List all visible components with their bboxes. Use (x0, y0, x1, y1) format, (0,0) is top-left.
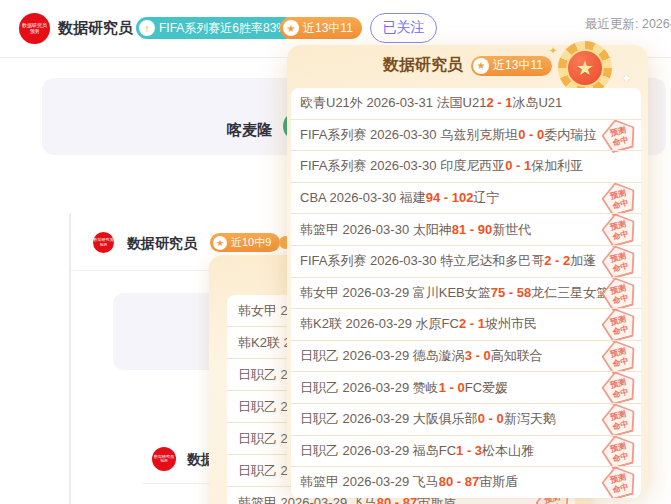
profile-name: 数据研究员 (58, 19, 133, 38)
result-text: FIFA系列赛 2026-03-30 乌兹别克斯坦0 - 0委内瑞拉 (300, 126, 596, 144)
sparkle-icon: ✦ (549, 46, 557, 56)
popup-results-list: 欧青U21外 2026-03-31 法国U212 - 1冰岛U21 FIFA系列… (291, 88, 641, 498)
result-row[interactable]: 日职乙 2026-03-29 大阪俱乐部0 - 0新泻天鹅 预测命中 (291, 403, 641, 435)
result-text: FIFA系列赛 2026-03-30 印度尼西亚0 - 1保加利亚 (300, 157, 583, 175)
result-row[interactable]: FIFA系列赛 2026-03-30 特立尼达和多巴哥2 - 2加蓬 预测命中 (291, 245, 641, 277)
result-row[interactable]: FIFA系列赛 2026-03-30 印度尼西亚0 - 1保加利亚 (291, 150, 641, 182)
hit-stamp-icon: 预测命中 (598, 304, 639, 344)
results-popup: 数据研究员 ★ 近13中11 ★ ✦ ✦ 欧青U21外 2026-03-31 法… (287, 45, 648, 491)
result-text: 欧青U21外 2026-03-31 法国U212 - 1冰岛U21 (300, 94, 562, 112)
result-text: 韩篮甲 2026-03-29 飞马80 - 87宙斯盾 (300, 473, 518, 491)
hit-stamp-icon: 预测命中 (598, 462, 639, 497)
hit-rate-badge: ★ 近13中11 (280, 17, 362, 39)
panel-divider-vertical (69, 213, 71, 504)
result-row[interactable]: CBA 2026-03-30 福建94 - 102辽宁 预测命中 (291, 182, 641, 214)
entry2-avatar[interactable]: 数据研究员 预测 (93, 232, 114, 253)
result-text: 韩篮甲 2026-03-30 太阳神81 - 90新世代 (300, 221, 531, 239)
popup-hit-badge: ★ 近13中11 (471, 56, 552, 76)
up-arrow-icon: ↑ (139, 20, 155, 36)
result-text: 日职乙 2026-03-29 大阪俱乐部0 - 0新泻天鹅 (300, 410, 556, 428)
result-row[interactable]: 韩K2联 2026-03-29 水原FC2 - 1坡州市民 预测命中 (291, 308, 641, 340)
result-row[interactable]: FIFA系列赛 2026-03-30 乌兹别克斯坦0 - 0委内瑞拉 预测命中 (291, 119, 641, 151)
hit-stamp-icon: 预测命中 (598, 241, 639, 281)
hit-stamp-icon: 预测命中 (598, 115, 639, 155)
last-update-text: 最近更新: 2026-03- (585, 16, 671, 33)
team-name: 喀麦隆 (227, 121, 272, 140)
result-text: 日职乙 2026-03-29 赞岐1 - 0FC爱媛 (300, 379, 508, 397)
result-row[interactable]: 欧青U21外 2026-03-31 法国U212 - 1冰岛U21 (291, 88, 641, 119)
entry3-avatar[interactable]: 数据研究员 预测 (152, 447, 176, 471)
result-text: 韩K2联 2026-03-29 水原FC2 - 1坡州市民 (300, 315, 537, 333)
gold-medal-icon: ★ (558, 41, 612, 95)
entry2-name: 数据研究员 (127, 235, 197, 253)
streak-badge-teal: ↑ FIFA系列赛近6胜率83% (136, 17, 296, 39)
page: 数据研究员 预测 数据研究员 ↑ FIFA系列赛近6胜率83% ★ 近13中11… (0, 0, 671, 504)
star-icon: ★ (213, 236, 227, 250)
follow-button[interactable]: 已关注 (370, 13, 437, 43)
result-text: 日职乙 2026-03-29 德岛漩涡3 - 0高知联合 (300, 347, 543, 365)
result-text: CBA 2026-03-30 福建94 - 102辽宁 (300, 189, 499, 207)
result-row[interactable]: 韩篮甲 2026-03-30 太阳神81 - 90新世代 预测命中 (291, 213, 641, 245)
result-row[interactable]: 日职乙 2026-03-29 赞岐1 - 0FC爱媛 预测命中 (291, 371, 641, 403)
result-text: 日职乙 2026-03-29 福岛FC1 - 3松本山雅 (300, 442, 534, 460)
result-text: 韩女甲 2026-03-29 富川KEB女篮75 - 58龙仁三星女篮 (300, 284, 609, 302)
result-row[interactable]: 日职乙 2026-03-29 德岛漩涡3 - 0高知联合 预测命中 (291, 340, 641, 372)
result-row[interactable]: 韩篮甲 2026-03-29 飞马80 - 87宙斯盾 预测命中 (291, 466, 641, 498)
hit-stamp-icon: 预测命中 (598, 399, 639, 439)
result-row[interactable]: 韩女甲 2026-03-29 富川KEB女篮75 - 58龙仁三星女篮 预测命中 (291, 277, 641, 309)
star-icon: ★ (473, 58, 489, 74)
result-row[interactable]: 日职乙 2026-03-29 福岛FC1 - 3松本山雅 预测命中 (291, 435, 641, 467)
popup-title: 数据研究员 (383, 55, 463, 76)
result-text: FIFA系列赛 2026-03-30 特立尼达和多巴哥2 - 2加蓬 (300, 252, 596, 270)
sparkle-icon: ✦ (621, 72, 632, 85)
entry2-hit-badge: ★ 近10中9 (210, 233, 280, 252)
star-icon: ★ (283, 20, 299, 36)
profile-avatar[interactable]: 数据研究员 预测 (19, 13, 50, 44)
